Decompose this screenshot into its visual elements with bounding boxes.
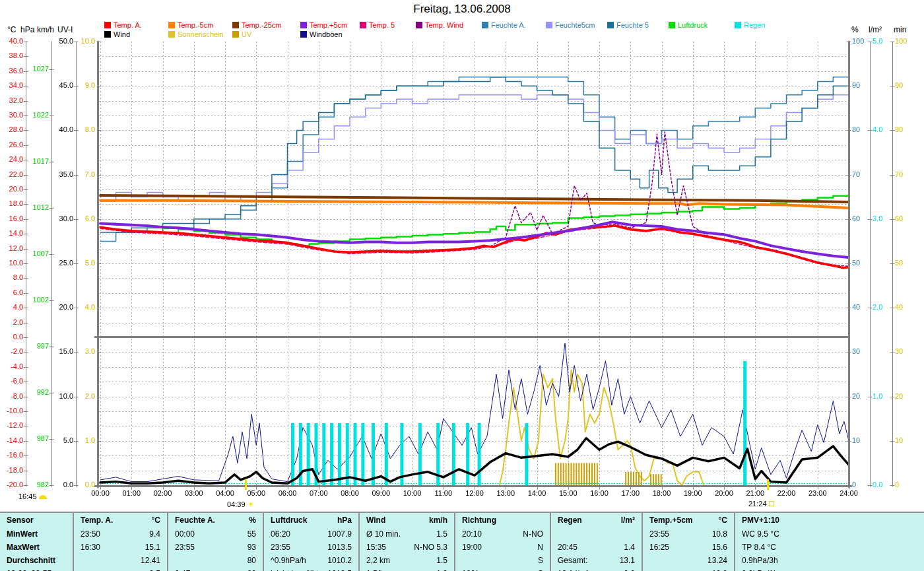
table-cell: MaxWert bbox=[0, 541, 73, 554]
table-column-header: Sensor bbox=[0, 513, 73, 527]
table-column-header: PMV+1:10 bbox=[735, 513, 924, 527]
table-cell: 18:00–23:55 bbox=[0, 567, 73, 571]
sunset-marker: 21:24 bbox=[748, 500, 774, 508]
table-column-header: Temp.+5cm°C bbox=[643, 513, 734, 527]
table-column-regen: Regenl/m²20:451.4Gesamt:13.113.1 l/m²0.0 bbox=[550, 513, 642, 571]
table-cell: 23:509.4 bbox=[74, 527, 167, 541]
table-cell: 00:0055 bbox=[168, 527, 263, 541]
table-cell: 12.41 bbox=[74, 554, 167, 567]
table-cell: 2,2 km1.5 bbox=[360, 554, 454, 567]
table-cell: 19:00N bbox=[455, 541, 550, 554]
table-cell: 23:5593 bbox=[168, 541, 263, 554]
table-cell: 23:551013.5 bbox=[264, 541, 358, 554]
table-cell: Durchschnitt bbox=[0, 554, 73, 567]
sun-icon: ☀ bbox=[248, 500, 255, 509]
table-column-sensor: SensorMinWertMaxWertDurchschnitt18:00–23… bbox=[0, 513, 73, 571]
table-column-header: Windkm/h bbox=[360, 513, 454, 527]
table-cell: 20:10N-NO bbox=[455, 527, 550, 541]
table-cell: 20:451.4 bbox=[551, 541, 642, 554]
table-cell: 1 Bft1.3 bbox=[360, 567, 454, 571]
sunrise-marker: 04:39 ☀ bbox=[227, 500, 254, 509]
table-cell: Gesamt:13.1 bbox=[551, 554, 642, 567]
table-column-richtung: Richtung20:10N-NO19:00NS180°S bbox=[454, 513, 550, 571]
table-cell bbox=[551, 527, 642, 541]
table-column-temp-a-: Temp. A.°C23:509.416:3015.112.419.5 bbox=[73, 513, 167, 571]
table-column-feuchte-a-: Feuchte A.%00:005523:5593800,4782 bbox=[167, 513, 263, 571]
table-cell: 06:201007.9 bbox=[264, 527, 358, 541]
table-cell: 13.1 l/m²0.0 bbox=[551, 567, 642, 571]
table-cell: 15:35N-NO 5.3 bbox=[360, 541, 454, 554]
table-column-wind: Windkm/hØ 10 min.1.515:35N-NO 5.32,2 km1… bbox=[358, 513, 454, 571]
sunrise-time: 04:39 bbox=[227, 500, 246, 508]
table-cell: 9.5 bbox=[74, 567, 167, 571]
table-column-header: LuftdruckhPa bbox=[264, 513, 358, 527]
table-column-temp-5cm: Temp.+5cm°C23:5510.816:2515.613.2410.8 bbox=[642, 513, 734, 571]
table-cell: TP 8.4 °C bbox=[735, 541, 924, 554]
table-column-luftdruck: LuftdruckhPa06:201007.923:551013.5^0.9hP… bbox=[263, 513, 358, 571]
table-cell: ^0.9hPa/h1010.2 bbox=[264, 554, 358, 567]
table-cell: 0.0hPa/1h bbox=[735, 567, 924, 571]
table-column-pmv-1-10: PMV+1:10WC 9.5 °CTP 8.4 °C0.9hPa/3h0.0hP… bbox=[734, 513, 924, 571]
table-cell: WC 9.5 °C bbox=[735, 527, 924, 541]
table-cell: 80 bbox=[168, 554, 263, 567]
table-cell: 23:5510.8 bbox=[643, 527, 734, 541]
table-cell: Ø 10 min.1.5 bbox=[360, 527, 454, 541]
table-column-header: Temp. A.°C bbox=[74, 513, 167, 527]
weather-chart-plot bbox=[0, 0, 924, 512]
table-cell: S bbox=[455, 554, 550, 567]
table-cell: 13.24 bbox=[643, 554, 734, 567]
sunset-time: 21:24 bbox=[748, 500, 767, 508]
moonset-time: 16:45 bbox=[18, 492, 37, 500]
sensor-stats-table: SensorMinWertMaxWertDurchschnitt18:00–23… bbox=[0, 512, 924, 571]
moonset-marker: 16:45 bbox=[18, 492, 47, 500]
table-column-header: Richtung bbox=[455, 513, 550, 527]
weather-app-window: { "header": { "title": "Freitag, 13.06.2… bbox=[0, 0, 924, 571]
table-cell: leicht bewölkt1013.5 bbox=[264, 567, 358, 571]
table-cell: 0.9hPa/3h bbox=[735, 554, 924, 567]
moon-icon bbox=[39, 495, 47, 499]
table-cell: 10.8 bbox=[643, 567, 734, 571]
table-cell: 16:2515.6 bbox=[643, 541, 734, 554]
table-column-header: Regenl/m² bbox=[551, 513, 642, 527]
table-column-header: Feuchte A.% bbox=[168, 513, 263, 527]
sunset-square-icon bbox=[769, 501, 774, 506]
table-cell: 180°S bbox=[455, 567, 550, 571]
table-cell: MinWert bbox=[0, 527, 73, 541]
table-cell: 16:3015.1 bbox=[74, 541, 167, 554]
table-cell: 0,4782 bbox=[168, 567, 263, 571]
